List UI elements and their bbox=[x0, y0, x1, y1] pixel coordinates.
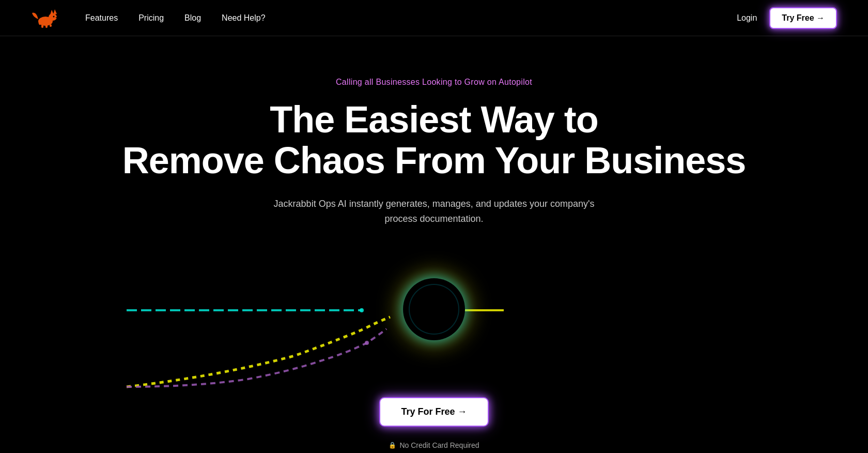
no-credit-card-text: 🔒 No Credit Card Required bbox=[0, 441, 868, 449]
try-for-free-button[interactable]: Try For Free → bbox=[379, 397, 488, 427]
svg-point-7 bbox=[53, 16, 55, 17]
svg-marker-2 bbox=[50, 10, 54, 15]
login-link[interactable]: Login bbox=[737, 13, 757, 23]
animation-area bbox=[0, 226, 868, 392]
no-credit-card-label: No Credit Card Required bbox=[399, 441, 479, 449]
nav-item-features[interactable]: Features bbox=[85, 13, 118, 23]
nav-item-blog[interactable]: Blog bbox=[184, 13, 201, 23]
nav-item-need-help[interactable]: Need Help? bbox=[222, 13, 266, 23]
hero-subtitle: Jackrabbit Ops AI instantly generates, m… bbox=[0, 197, 868, 226]
cta-section: Try For Free → 🔒 No Credit Card Required bbox=[0, 397, 868, 449]
svg-point-11 bbox=[365, 341, 369, 345]
hero-title-line1: The Easiest Way to bbox=[270, 99, 598, 140]
svg-point-8 bbox=[56, 17, 57, 18]
nav-right: Login Try Free → bbox=[737, 7, 837, 29]
hero-title: The Easiest Way to Remove Chaos From You… bbox=[0, 99, 868, 181]
hero-section: Calling all Businesses Looking to Grow o… bbox=[0, 36, 868, 453]
svg-rect-4 bbox=[41, 24, 43, 28]
hero-title-line2: Remove Chaos From Your Business bbox=[122, 140, 746, 181]
svg-point-10 bbox=[360, 308, 364, 312]
nav-links: Features Pricing Blog Need Help? bbox=[85, 13, 266, 23]
svg-marker-3 bbox=[53, 9, 57, 14]
navbar: Features Pricing Blog Need Help? Login T… bbox=[0, 0, 868, 36]
nav-item-pricing[interactable]: Pricing bbox=[138, 13, 164, 23]
lock-icon: 🔒 bbox=[389, 442, 396, 449]
svg-rect-6 bbox=[50, 24, 52, 27]
svg-rect-5 bbox=[45, 24, 48, 28]
glow-circle bbox=[406, 281, 462, 338]
nav-left: Features Pricing Blog Need Help? bbox=[31, 8, 266, 28]
nav-try-free-button[interactable]: Try Free → bbox=[769, 7, 837, 29]
hero-tagline: Calling all Businesses Looking to Grow o… bbox=[0, 78, 868, 87]
logo[interactable] bbox=[31, 8, 59, 28]
